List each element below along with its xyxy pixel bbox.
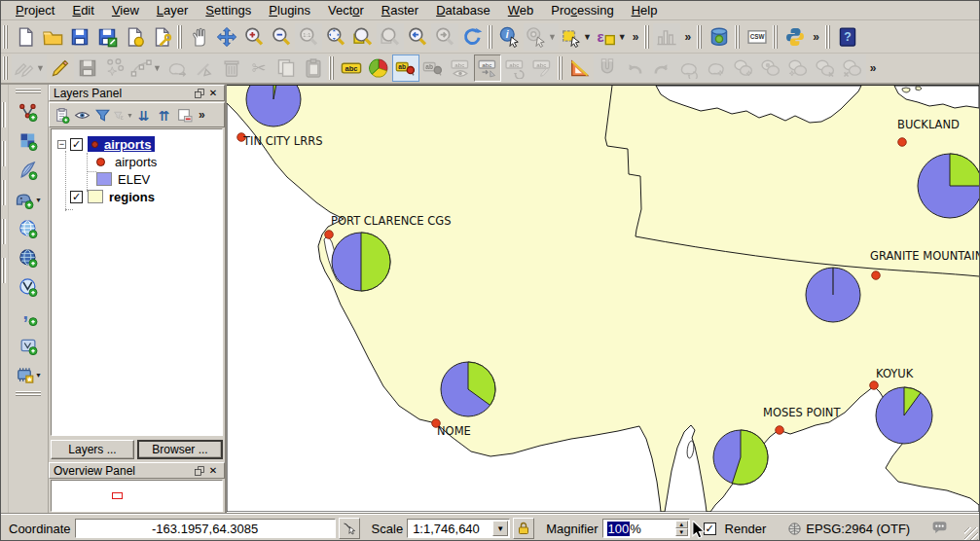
add-vector-layer-button[interactable]	[11, 97, 46, 126]
dropdown-caret-icon[interactable]: ▼	[583, 32, 592, 42]
add-wfs-layer-button[interactable]	[11, 272, 46, 302]
zoom-to-selection-button[interactable]	[377, 23, 404, 51]
add-ring-button[interactable]	[730, 54, 757, 82]
add-part-button[interactable]	[784, 54, 812, 82]
dropdown-caret-icon[interactable]: ▼	[153, 63, 162, 73]
zoom-native-button[interactable]: 1:1	[295, 23, 322, 51]
magnifier-spinbox[interactable]: 100% ▲▼	[602, 519, 690, 538]
change-label-button[interactable]: abc	[528, 54, 556, 82]
toolbar-handle[interactable]	[16, 89, 41, 95]
python-console-button[interactable]	[781, 23, 809, 51]
run-feature-action-button[interactable]: ▼	[524, 23, 559, 51]
new-print-composer-button[interactable]	[121, 23, 148, 51]
lock-scale-icon[interactable]	[513, 518, 534, 539]
highlight-pinned-labels-button[interactable]: ab	[419, 54, 447, 82]
manage-layer-visibility-button[interactable]	[72, 105, 92, 126]
refresh-map-button[interactable]	[458, 23, 486, 51]
add-spatialite-layer-button[interactable]	[11, 156, 46, 185]
undo-button[interactable]	[621, 54, 648, 82]
dropdown-caret-icon[interactable]: ▼	[548, 32, 557, 42]
layer-tree[interactable]: −✓airportsairportsELEV✓regions	[51, 128, 223, 436]
menu-processing[interactable]: Processing	[542, 2, 622, 18]
float-panel-icon[interactable]	[193, 464, 206, 477]
spinner-buttons[interactable]: ▲▼	[675, 521, 688, 536]
layer-row-elev[interactable]: ELEV	[52, 170, 222, 188]
add-group-button[interactable]	[52, 105, 72, 126]
add-wms-layer-button[interactable]	[11, 214, 46, 243]
menu-raster[interactable]: Raster	[373, 2, 427, 18]
toolbar-overflow-button[interactable]: »	[866, 61, 881, 75]
layer-checkbox[interactable]: ✓	[70, 138, 83, 151]
toolbar-handle[interactable]	[644, 25, 651, 49]
remove-layer-group-button[interactable]	[174, 105, 195, 126]
overview-map[interactable]	[51, 480, 223, 512]
toolbar-handle[interactable]	[773, 25, 780, 49]
resize-grip[interactable]	[964, 527, 978, 541]
zoom-next-button[interactable]	[431, 23, 458, 51]
redo-button[interactable]	[648, 54, 675, 82]
close-panel-icon[interactable]: ✕	[206, 87, 220, 99]
dropdown-caret-icon[interactable]: ▼	[127, 112, 133, 119]
db-manager-button[interactable]	[706, 23, 733, 51]
crs-globe-icon[interactable]	[787, 522, 802, 536]
toolbar-overflow-button[interactable]: »	[629, 30, 643, 44]
messages-icon[interactable]	[931, 519, 948, 535]
help-contents-button[interactable]: ?	[834, 23, 861, 51]
open-project-button[interactable]	[39, 23, 66, 51]
menu-plugins[interactable]: Plugins	[260, 2, 319, 18]
menu-vector[interactable]: Vector	[319, 2, 373, 18]
toolbar-handle[interactable]	[329, 56, 336, 80]
menu-edit[interactable]: Edit	[63, 2, 102, 18]
new-memory-layer-button[interactable]: ▼	[11, 360, 46, 389]
overview-extent-rectangle[interactable]	[112, 492, 123, 499]
pan-map-button[interactable]	[186, 23, 213, 51]
copy-features-button[interactable]	[272, 54, 300, 82]
add-wcs-layer-button[interactable]	[11, 243, 46, 272]
metasearch-csw-button[interactable]: CSW	[744, 23, 771, 51]
toolbar-handle[interactable]	[16, 391, 41, 398]
composer-manager-button[interactable]	[148, 23, 175, 51]
show-hide-labels-button[interactable]: abc	[447, 54, 474, 82]
save-project-button[interactable]	[66, 23, 93, 51]
toolbar-handle[interactable]	[558, 56, 564, 80]
toolbar-handle[interactable]	[697, 25, 704, 49]
menu-view[interactable]: View	[103, 2, 148, 18]
pin-unpin-labels-button[interactable]: ab	[392, 54, 419, 82]
offset-curve-button[interactable]	[191, 54, 218, 82]
layer-row-airports[interactable]: airports	[52, 153, 222, 170]
save-project-as-button[interactable]	[93, 23, 121, 51]
add-postgis-layer-button[interactable]: ▼	[11, 185, 46, 214]
rotate-label-button[interactable]: abc	[501, 54, 528, 82]
delete-selected-button[interactable]	[218, 54, 245, 82]
current-edits-button[interactable]: ▼	[12, 54, 47, 82]
add-raster-layer-button[interactable]	[11, 126, 46, 156]
statistical-summary-button[interactable]	[653, 23, 680, 51]
crs-status[interactable]: EPSG:2964 (OTF)	[806, 522, 910, 536]
menu-project[interactable]: Project	[7, 2, 63, 18]
paste-features-button[interactable]	[300, 54, 327, 82]
simplify-feature-button[interactable]	[703, 54, 730, 82]
expander-icon[interactable]: −	[57, 140, 66, 149]
toggle-editing-button[interactable]	[47, 54, 74, 82]
delete-part-button[interactable]	[839, 54, 866, 82]
toolbar-handle[interactable]	[825, 25, 832, 49]
move-feature-button[interactable]	[163, 54, 191, 82]
toolbar-handle[interactable]	[3, 56, 10, 80]
layer-diagram-options-button[interactable]	[365, 54, 392, 82]
save-layer-edits-button[interactable]	[74, 54, 101, 82]
add-feature-button[interactable]	[101, 54, 128, 82]
zoom-full-button[interactable]	[322, 23, 349, 51]
dropdown-caret-icon[interactable]: ▼	[35, 372, 42, 379]
toolbar-handle[interactable]	[3, 25, 10, 49]
float-panel-icon[interactable]	[193, 87, 206, 99]
dropdown-caret-icon[interactable]: ▼	[618, 32, 627, 42]
layers-panel-tab[interactable]: Layers ...	[51, 440, 134, 459]
toolbar-handle[interactable]	[177, 25, 184, 49]
menu-help[interactable]: Help	[623, 2, 667, 18]
move-label-button[interactable]: abc	[474, 54, 501, 82]
zoom-last-button[interactable]	[404, 23, 431, 51]
toolbar-overflow-button[interactable]: »	[195, 108, 209, 122]
rotate-feature-button[interactable]	[675, 54, 703, 82]
new-project-button[interactable]	[12, 23, 39, 51]
expand-all-button[interactable]: ⇊	[133, 105, 154, 126]
